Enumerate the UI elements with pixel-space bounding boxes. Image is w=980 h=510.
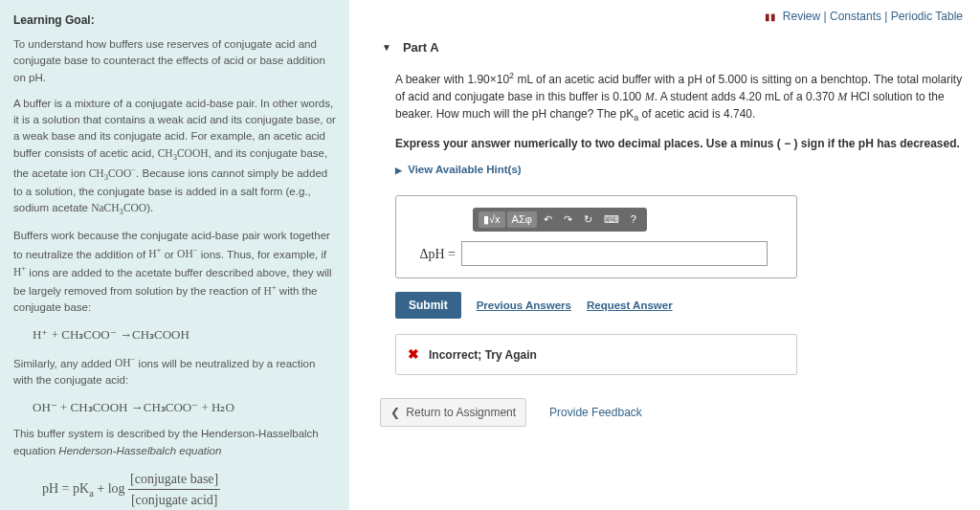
part-label: Part A [403,40,439,55]
henderson-equation: pH = pKa + log [conjugate base] [conjuga… [42,469,336,510]
topbar: ▮▮ Review | Constants | Periodic Table [367,10,963,23]
oh-neutralize: Similarly, any added OH− ions will be ne… [13,354,336,388]
incorrect-icon: ✖ [408,344,419,365]
provide-feedback-link[interactable]: Provide Feedback [549,406,642,419]
buffer-definition: A buffer is a mixture of a conjugate aci… [13,96,336,219]
problem-text: A beaker with 1.90×102 mL of an acetic a… [395,70,963,125]
toolbar-keyboard-icon[interactable]: ⌨ [599,211,624,228]
equation-1: H⁺ + CH₃COO⁻ →CH₃COOH [33,325,336,344]
periodic-link[interactable]: Periodic Table [891,10,963,23]
answer-toolbar: ▮√x ΑΣφ ↶ ↷ ↻ ⌨ ? [473,208,647,232]
learning-goal-panel: Learning Goal: To understand how buffers… [0,0,349,510]
review-icon: ▮▮ [765,11,776,22]
submit-button[interactable]: Submit [395,292,461,319]
equation-2: OH⁻ + CH₃COOH →CH₃COO⁻ + H₂O [33,398,336,417]
henderson-intro: This buffer system is described by the H… [13,426,336,459]
toolbar-undo-icon[interactable]: ↶ [539,211,557,228]
buffer-mechanism: Buffers work because the conjugate acid-… [13,228,336,316]
feedback-box: ✖ Incorrect; Try Again [395,334,797,375]
learning-goal-intro: To understand how buffers use reserves o… [13,36,336,86]
triangle-right-icon: ▶ [395,166,402,175]
instructions: Express your answer numerically to two d… [395,135,963,152]
toolbar-help-icon[interactable]: ? [626,211,641,228]
previous-answers-link[interactable]: Previous Answers [477,298,571,314]
answer-box: ▮√x ΑΣφ ↶ ↷ ↻ ⌨ ? ΔpH = [395,195,797,278]
review-link[interactable]: Review [783,10,820,23]
learning-goal-heading: Learning Goal: [13,11,336,29]
toolbar-template-icon[interactable]: ▮√x [479,211,505,228]
toolbar-symbols-icon[interactable]: ΑΣφ [507,211,537,228]
constants-link[interactable]: Constants [830,10,881,23]
answer-label: ΔpH = [406,244,456,264]
chevron-left-icon: ❮ [390,406,400,419]
hints-toggle[interactable]: ▶ View Available Hint(s) [395,162,963,178]
part-header[interactable]: ▼ Part A [367,40,963,55]
toolbar-redo-icon[interactable]: ↷ [559,211,577,228]
caret-down-icon: ▼ [382,42,391,53]
feedback-message: Incorrect; Try Again [429,346,537,364]
answer-input[interactable] [461,241,768,266]
toolbar-reset-icon[interactable]: ↻ [579,211,597,228]
main-panel: ▮▮ Review | Constants | Periodic Table ▼… [349,0,980,510]
request-answer-link[interactable]: Request Answer [587,298,673,314]
bottom-bar: ❮ Return to Assignment Provide Feedback [367,398,963,427]
actions-row: Submit Previous Answers Request Answer [395,292,963,319]
return-button[interactable]: ❮ Return to Assignment [380,398,526,427]
